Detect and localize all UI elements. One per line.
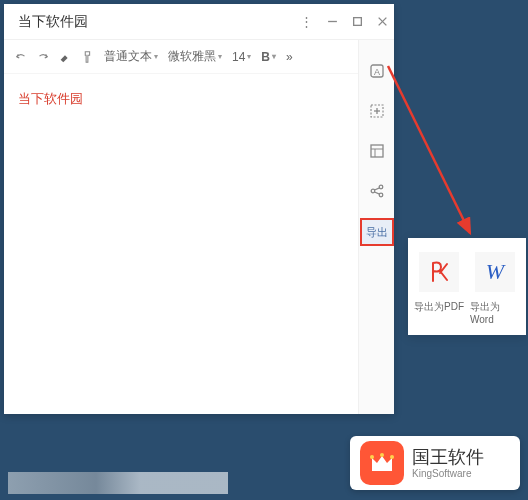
window-controls: ⋮ xyxy=(300,14,388,29)
word-icon: W xyxy=(475,252,515,292)
more-icon[interactable]: ⋮ xyxy=(300,14,313,29)
undo-button[interactable] xyxy=(14,50,28,64)
editor-text: 当下软件园 xyxy=(18,91,83,106)
svg-line-15 xyxy=(374,188,379,190)
right-sidebar: A 导出 xyxy=(358,40,394,414)
maximize-button[interactable] xyxy=(352,16,363,27)
app-window: 当下软件园 ⋮ 普通文本▾ 微软雅黑▾ 14▾ B▾ » xyxy=(4,4,394,414)
svg-point-13 xyxy=(371,189,375,193)
logo-text-en: KingSoftware xyxy=(412,468,484,480)
svg-point-12 xyxy=(379,185,383,189)
text-style-select[interactable]: 普通文本▾ xyxy=(104,48,158,65)
window-title: 当下软件园 xyxy=(18,13,88,31)
export-panel: 导出为PDF W 导出为Word xyxy=(408,238,526,335)
toolbar-more-button[interactable]: » xyxy=(286,50,293,64)
editor-body[interactable]: 当下软件园 xyxy=(4,74,358,414)
logo-text-cn: 国王软件 xyxy=(412,447,484,468)
close-button[interactable] xyxy=(377,16,388,27)
svg-point-18 xyxy=(370,455,374,459)
svg-line-17 xyxy=(388,66,470,233)
svg-point-14 xyxy=(379,193,383,197)
format-toolbar: 普通文本▾ 微软雅黑▾ 14▾ B▾ » xyxy=(4,40,358,74)
editor-column: 普通文本▾ 微软雅黑▾ 14▾ B▾ » 当下软件园 xyxy=(4,40,358,414)
annotation-arrow xyxy=(380,58,490,248)
eraser-button[interactable] xyxy=(58,50,72,64)
export-pdf-option[interactable]: 导出为PDF xyxy=(414,252,464,325)
font-select[interactable]: 微软雅黑▾ xyxy=(168,48,222,65)
bottom-strip xyxy=(8,472,228,494)
svg-rect-9 xyxy=(371,145,383,157)
bold-button[interactable]: B▾ xyxy=(261,50,276,64)
content-row: 普通文本▾ 微软雅黑▾ 14▾ B▾ » 当下软件园 A 导出 xyxy=(4,40,394,414)
svg-point-20 xyxy=(390,455,394,459)
svg-rect-1 xyxy=(354,18,362,26)
share-button[interactable] xyxy=(364,178,390,204)
svg-point-19 xyxy=(380,453,384,457)
pdf-icon xyxy=(419,252,459,292)
layout-panel-button[interactable] xyxy=(364,138,390,164)
export-button[interactable]: 导出 xyxy=(360,218,394,246)
svg-line-16 xyxy=(374,192,379,194)
text-style-panel-button[interactable]: A xyxy=(364,58,390,84)
crown-icon xyxy=(360,441,404,485)
titlebar: 当下软件园 ⋮ xyxy=(4,4,394,40)
add-panel-button[interactable] xyxy=(364,98,390,124)
export-word-option[interactable]: W 导出为Word xyxy=(470,252,520,325)
svg-text:A: A xyxy=(373,67,379,77)
format-painter-button[interactable] xyxy=(80,50,94,64)
export-word-label: 导出为Word xyxy=(470,300,520,325)
watermark-logo: 国王软件 KingSoftware xyxy=(350,436,520,490)
font-size-select[interactable]: 14▾ xyxy=(232,50,251,64)
svg-rect-21 xyxy=(372,468,392,471)
minimize-button[interactable] xyxy=(327,16,338,27)
redo-button[interactable] xyxy=(36,50,50,64)
export-pdf-label: 导出为PDF xyxy=(414,300,464,314)
